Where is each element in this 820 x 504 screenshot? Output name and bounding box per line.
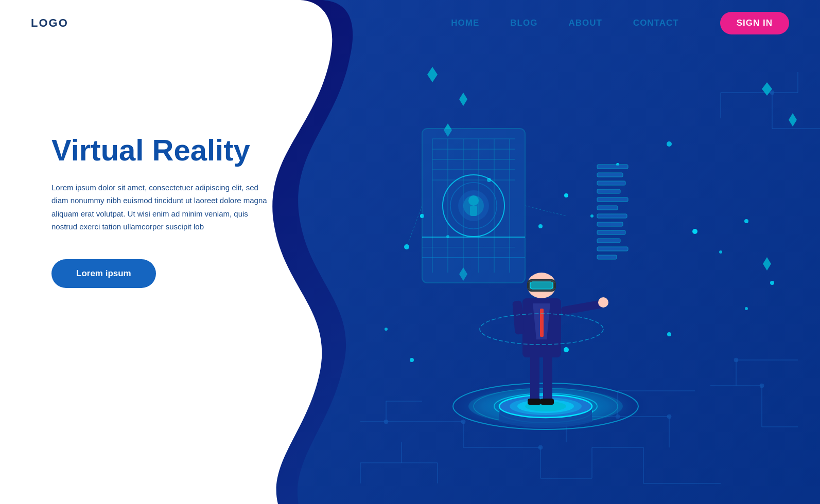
svg-point-53 <box>719 250 722 254</box>
svg-point-59 <box>410 358 414 362</box>
svg-point-35 <box>667 415 671 419</box>
svg-point-58 <box>385 328 388 331</box>
svg-rect-118 <box>597 189 620 193</box>
svg-point-38 <box>770 91 774 95</box>
svg-point-54 <box>744 219 748 223</box>
svg-point-56 <box>667 141 672 147</box>
svg-rect-126 <box>597 255 617 259</box>
svg-point-36 <box>760 384 764 388</box>
svg-rect-83 <box>540 309 544 337</box>
nav-home[interactable]: HOME <box>451 18 479 28</box>
nav-blog[interactable]: BLOG <box>510 18 537 28</box>
svg-point-52 <box>692 229 697 234</box>
svg-point-61 <box>667 332 671 336</box>
hero-section: Virtual Reality Lorem ipsum dolor sit am… <box>51 134 273 288</box>
svg-rect-120 <box>597 206 618 210</box>
svg-rect-114 <box>422 257 525 258</box>
svg-point-50 <box>590 214 594 218</box>
svg-point-51 <box>538 224 543 228</box>
svg-rect-90 <box>530 282 553 289</box>
svg-rect-115 <box>597 165 628 169</box>
nav-about[interactable]: ABOUT <box>568 18 602 28</box>
svg-rect-93 <box>554 283 556 288</box>
hero-description: Lorem ipsum dolor sit amet, consectetuer… <box>51 181 273 233</box>
hero-title: Virtual Reality <box>51 134 273 167</box>
svg-rect-76 <box>530 355 539 401</box>
signin-button[interactable]: SIGN IN <box>720 12 789 34</box>
logo: LOGO <box>31 16 68 30</box>
nav-contact[interactable]: CONTACT <box>633 18 679 28</box>
svg-rect-111 <box>470 206 477 216</box>
svg-rect-119 <box>597 197 628 202</box>
svg-rect-116 <box>597 173 623 177</box>
svg-rect-78 <box>528 399 541 405</box>
svg-point-32 <box>384 420 388 424</box>
svg-point-86 <box>598 297 608 308</box>
svg-rect-79 <box>540 399 554 405</box>
svg-point-60 <box>564 347 569 352</box>
svg-point-63 <box>770 281 774 285</box>
svg-rect-122 <box>597 222 623 226</box>
navbar: LOGO HOME BLOG ABOUT CONTACT SIGN IN <box>0 0 820 46</box>
svg-rect-124 <box>597 239 620 243</box>
svg-point-62 <box>745 307 748 310</box>
svg-rect-121 <box>597 214 627 218</box>
svg-rect-92 <box>527 283 529 288</box>
svg-rect-117 <box>597 181 625 185</box>
svg-point-110 <box>468 195 479 206</box>
svg-point-49 <box>564 193 568 197</box>
svg-point-33 <box>538 445 543 449</box>
svg-rect-123 <box>597 230 625 235</box>
svg-rect-112 <box>422 237 525 238</box>
svg-rect-113 <box>422 247 515 247</box>
svg-rect-77 <box>543 355 552 401</box>
hero-cta-button[interactable]: Lorem ipsum <box>51 259 156 288</box>
svg-rect-125 <box>597 247 628 251</box>
svg-point-37 <box>734 358 738 362</box>
nav-links: HOME BLOG ABOUT CONTACT SIGN IN <box>451 12 789 34</box>
